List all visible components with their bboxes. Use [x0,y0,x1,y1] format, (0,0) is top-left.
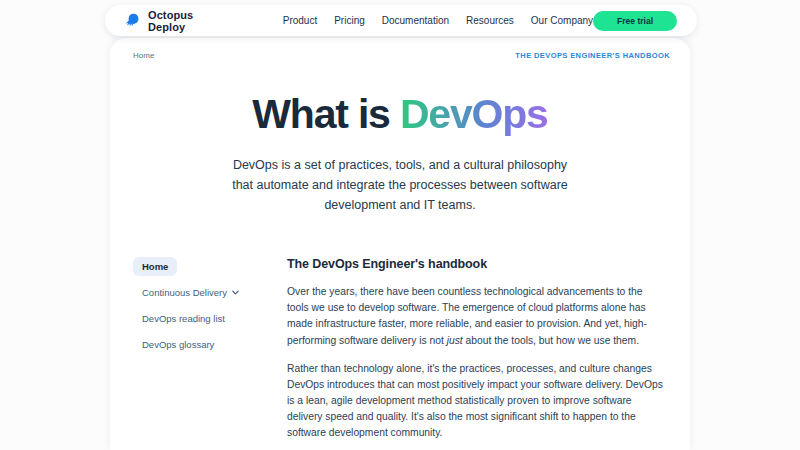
page: Octopus Deploy Product Pricing Documenta… [0,0,800,450]
sidebar-item-label: DevOps reading list [142,313,225,324]
brand-name: Octopus Deploy [148,9,221,33]
page-title-highlight: DevOps [400,91,548,137]
hero-section: What is DevOps DevOps is a set of practi… [110,92,690,215]
sidebar-item-continuous-delivery[interactable]: Continuous Delivery [133,283,249,302]
top-nav: Octopus Deploy Product Pricing Documenta… [105,5,697,36]
nav-item-our-company[interactable]: Our Company [531,15,593,26]
content-card: Home THE DEVOPS ENGINEER'S HANDBOOK What… [110,38,690,450]
brand-logo-link[interactable]: Octopus Deploy [125,9,221,33]
sidebar-item-devops-glossary[interactable]: DevOps glossary [133,335,223,354]
article: The DevOps Engineer's handbook Over the … [281,257,667,450]
sidebar-item-devops-reading-list[interactable]: DevOps reading list [133,309,234,328]
article-heading: The DevOps Engineer's handbook [287,257,667,271]
chevron-down-icon [231,288,240,297]
nav-item-documentation[interactable]: Documentation [382,15,449,26]
octopus-icon [125,12,142,29]
content-columns: Home Continuous Delivery DevOps reading … [110,257,690,450]
meta-row: Home THE DEVOPS ENGINEER'S HANDBOOK [110,38,690,60]
sidebar: Home Continuous Delivery DevOps reading … [133,257,281,450]
nav-item-product[interactable]: Product [283,15,317,26]
nav-item-pricing[interactable]: Pricing [334,15,365,26]
sidebar-item-label: DevOps glossary [142,339,214,350]
sidebar-item-label: Home [142,261,168,272]
free-trial-button[interactable]: Free trial [593,11,677,31]
page-title-prefix: What is [252,91,400,137]
sidebar-item-home[interactable]: Home [133,257,177,276]
handbook-series-link[interactable]: THE DEVOPS ENGINEER'S HANDBOOK [515,51,670,60]
nav-item-resources[interactable]: Resources [466,15,514,26]
hero-subtitle: DevOps is a set of practices, tools, and… [224,155,576,215]
sidebar-item-label: Continuous Delivery [142,287,227,298]
nav-links: Product Pricing Documentation Resources … [283,15,593,26]
page-title: What is DevOps [110,92,690,137]
article-paragraph: Over the years, there have been countles… [287,284,667,349]
article-paragraph: Rather than technology alone, it's the p… [287,361,667,442]
breadcrumb[interactable]: Home [133,51,154,60]
article-body: Over the years, there have been countles… [287,284,667,450]
